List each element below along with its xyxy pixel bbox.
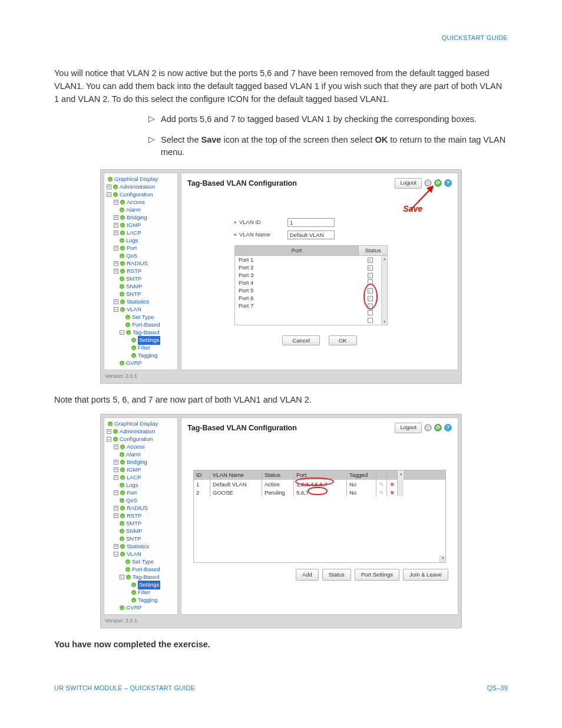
expand-icon[interactable]: +: [114, 299, 118, 304]
scroll-up-icon[interactable]: ▴: [398, 470, 404, 480]
bullet-icon: ›: [120, 307, 125, 312]
vlan-id-input[interactable]: [287, 218, 335, 227]
bullet-icon: ›: [113, 185, 118, 189]
bullet-icon: ›: [131, 345, 136, 350]
collapse-icon[interactable]: –: [114, 307, 118, 312]
bullet-icon: ›: [120, 261, 125, 266]
panel-title: Tag-Based VLAN Configuration: [187, 178, 297, 189]
expand-icon[interactable]: +: [114, 444, 118, 449]
scroll-down-icon[interactable]: ▾: [439, 555, 445, 562]
bullet-icon: ›: [131, 582, 136, 587]
refresh-icon[interactable]: ⟳: [434, 424, 442, 431]
bullet-icon: ›: [131, 590, 136, 595]
bullet-icon: ›: [120, 467, 125, 472]
delete-icon[interactable]: ✖: [390, 482, 395, 487]
expand-icon[interactable]: +: [107, 185, 111, 189]
bullet-icon: ›: [120, 215, 125, 220]
expand-icon[interactable]: +: [114, 513, 118, 518]
expand-icon[interactable]: +: [114, 230, 118, 235]
caret-icon: ▸: [234, 232, 237, 238]
cancel-button[interactable]: Cancel: [282, 335, 320, 345]
bullet-icon: ›: [120, 253, 124, 258]
vlan-name-input[interactable]: [287, 230, 335, 239]
join-leave-button[interactable]: Join & Leave: [403, 569, 448, 581]
col-tagged: Tagged: [347, 470, 376, 480]
collapse-icon[interactable]: –: [107, 437, 111, 442]
expand-icon[interactable]: +: [114, 269, 118, 274]
scroll-up-icon[interactable]: ▴: [384, 256, 386, 262]
bullet-icon: ›: [120, 246, 125, 251]
expand-icon[interactable]: +: [114, 200, 118, 205]
expand-icon[interactable]: +: [114, 223, 118, 228]
status-header: Status: [359, 246, 387, 255]
bullet-icon: ›: [108, 177, 113, 182]
page-footer: UR SWITCH MODULE – QUICKSTART GUIDE QS–3…: [54, 683, 508, 693]
logout-button[interactable]: Logout: [395, 423, 422, 433]
port-cell: Port 6: [235, 294, 359, 302]
bullet-icon: ›: [120, 536, 124, 541]
collapse-icon[interactable]: –: [120, 575, 124, 579]
port-cell: Port 2: [235, 263, 359, 271]
expand-icon[interactable]: +: [114, 215, 118, 220]
port-cell: Port 3: [235, 271, 359, 279]
annotation-circle: [363, 284, 378, 309]
collapse-icon[interactable]: –: [114, 552, 118, 556]
col-name: VLAN Name: [210, 470, 262, 480]
port1-checkbox[interactable]: [368, 258, 373, 263]
scroll-down-icon[interactable]: ▾: [384, 319, 386, 325]
port2-checkbox[interactable]: [368, 265, 373, 271]
content-pane-1: Tag-Based VLAN Configuration Logout ⎙ ⟳ …: [181, 173, 458, 370]
delete-icon[interactable]: ✖: [390, 490, 395, 496]
instruction-1: Add ports 5,6 and 7 to tagged based VLAN…: [161, 113, 477, 126]
scrollbar[interactable]: ▴▾: [381, 256, 387, 325]
edit-icon[interactable]: ✎: [379, 482, 384, 487]
bullet-icon: ›: [120, 292, 124, 297]
bullet-icon: ›: [120, 284, 124, 289]
status-button[interactable]: Status: [322, 569, 351, 581]
expand-icon[interactable]: +: [114, 460, 118, 465]
bullet-icon: ›: [126, 575, 131, 579]
bullet-icon: ›: [120, 207, 124, 212]
screenshot-1: ›Graphical Display +›Administration –›Co…: [100, 169, 462, 384]
add-button[interactable]: Add: [296, 569, 319, 581]
collapse-icon[interactable]: –: [120, 330, 124, 335]
vlan-name-label: VLAN Name: [239, 230, 270, 239]
expand-icon[interactable]: +: [114, 475, 118, 480]
expand-icon[interactable]: +: [107, 429, 111, 434]
expand-icon[interactable]: +: [114, 544, 118, 549]
save-icon[interactable]: ⎙: [424, 424, 432, 431]
nav-tree: ›Graphical Display +›Administration –›Co…: [104, 173, 178, 370]
bullet-icon: ›: [125, 567, 130, 572]
expand-icon[interactable]: +: [114, 246, 118, 251]
collapse-icon[interactable]: –: [107, 192, 111, 197]
bullet-icon: ›: [113, 437, 118, 442]
bullet-icon: ›: [120, 230, 125, 235]
panel-title: Tag-Based VLAN Configuration: [187, 423, 297, 434]
caret-icon: ▸: [234, 219, 237, 226]
port-cell: Port 4: [235, 279, 359, 286]
expand-icon[interactable]: +: [114, 506, 118, 510]
blank-checkbox[interactable]: [368, 310, 373, 315]
port3-checkbox[interactable]: [368, 273, 373, 278]
bullet-icon: ›: [120, 444, 125, 449]
bullet-icon: ›: [120, 361, 124, 365]
expand-icon[interactable]: +: [114, 261, 118, 266]
tree-gvrp[interactable]: GVRP: [126, 604, 142, 612]
instruction-2: Select the Save icon at the top of the s…: [161, 134, 508, 159]
edit-icon[interactable]: ✎: [379, 490, 384, 496]
expand-icon[interactable]: +: [114, 490, 118, 495]
bullet-icon: ›: [120, 483, 124, 487]
port-cell: Port 7: [235, 302, 359, 309]
tree-gvrp[interactable]: GVRP: [126, 359, 142, 367]
help-icon[interactable]: ?: [444, 424, 452, 431]
footer-left: UR SWITCH MODULE – QUICKSTART GUIDE: [54, 683, 195, 693]
annotation-oval: [295, 477, 334, 486]
blank-checkbox[interactable]: [368, 318, 373, 323]
ok-button[interactable]: OK: [329, 335, 357, 345]
bullet-icon: ›: [120, 276, 124, 281]
bullet-icon: ›: [120, 506, 125, 510]
bullet-icon: ›: [125, 559, 130, 564]
expand-icon[interactable]: +: [114, 467, 118, 472]
bullet-icon: ›: [120, 475, 125, 480]
port-settings-button[interactable]: Port Settings: [355, 569, 399, 581]
